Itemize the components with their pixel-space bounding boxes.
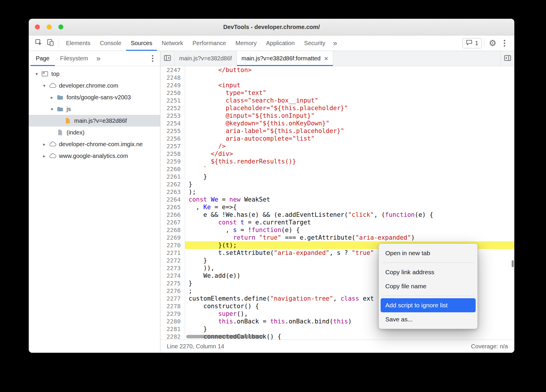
code-text[interactable]: @input="${this.onInput}" bbox=[185, 112, 514, 120]
line-number[interactable]: 2278 bbox=[160, 302, 185, 310]
tree-item-fonts-google-sans-v2003[interactable]: ▸fonts/google-sans-v2003 bbox=[29, 91, 160, 103]
line-number[interactable]: 2254 bbox=[160, 120, 185, 127]
sidebar-tab-page[interactable]: Page bbox=[30, 51, 55, 66]
line-number[interactable]: 2261 bbox=[160, 173, 185, 180]
expander-open-icon[interactable]: ▾ bbox=[48, 106, 56, 112]
line-number[interactable]: 2275 bbox=[160, 279, 185, 287]
line-number[interactable]: 2257 bbox=[160, 142, 185, 150]
line-number[interactable]: 2266 bbox=[160, 211, 185, 219]
line-number[interactable]: 2259 bbox=[160, 158, 185, 165]
code-text[interactable]: } bbox=[185, 180, 514, 188]
code-text[interactable]: </div> bbox=[185, 150, 514, 158]
expander-open-icon[interactable]: ▾ bbox=[33, 71, 40, 77]
more-panels-button[interactable]: » bbox=[330, 39, 340, 48]
code-text[interactable]: return "true" === e.getAttribute("aria-e… bbox=[185, 234, 514, 241]
editor-tab-main-js-v-e382d86f-formatted[interactable]: main.js?v=e382d86f:formatted× bbox=[237, 51, 333, 66]
line-number[interactable]: 2249 bbox=[160, 81, 185, 89]
minimize-window-button[interactable] bbox=[47, 25, 52, 30]
close-window-button[interactable] bbox=[35, 25, 40, 30]
tab-sources[interactable]: Sources bbox=[126, 35, 157, 51]
tree-item-developer-chrome-com[interactable]: ▾developer.chrome.com bbox=[29, 80, 160, 91]
line-number[interactable]: 2279 bbox=[160, 310, 185, 318]
tab-network[interactable]: Network bbox=[157, 35, 188, 51]
code-text[interactable]: } bbox=[185, 173, 514, 180]
code-text[interactable]: </button> bbox=[185, 66, 514, 74]
line-number[interactable]: 2270 bbox=[160, 241, 185, 249]
tree-item-main-js-v-e382d86f[interactable]: main.js?v=e382d86f bbox=[29, 115, 160, 127]
inspect-element-button[interactable] bbox=[33, 37, 45, 49]
sidebar-tab-filesystem[interactable]: Filesystem bbox=[55, 51, 94, 66]
expander-open-icon[interactable]: ▾ bbox=[40, 83, 48, 88]
line-number[interactable]: 2280 bbox=[160, 318, 185, 325]
toggle-navigator-button[interactable] bbox=[160, 51, 174, 66]
line-number[interactable]: 2282 bbox=[160, 333, 185, 340]
line-number[interactable]: 2260 bbox=[160, 165, 185, 173]
line-number[interactable]: 2248 bbox=[160, 74, 185, 81]
line-number[interactable]: 2250 bbox=[160, 89, 185, 97]
code-text[interactable]: <input bbox=[185, 81, 514, 89]
expander-closed-icon[interactable]: ▸ bbox=[40, 153, 48, 159]
expander-closed-icon[interactable]: ▸ bbox=[48, 95, 56, 100]
code-text[interactable]: ` bbox=[185, 165, 514, 173]
tree-item-index[interactable]: (index) bbox=[29, 127, 160, 138]
close-tab-icon[interactable]: × bbox=[324, 55, 328, 62]
expander-closed-icon[interactable]: ▸ bbox=[40, 142, 48, 147]
context-menu-item-add-script-to-ignore-list[interactable]: Add script to ignore list bbox=[381, 298, 476, 312]
code-text[interactable]: aria-autocomplete="list" bbox=[185, 135, 514, 142]
line-number[interactable]: 2253 bbox=[160, 112, 185, 120]
tree-item-top[interactable]: ▾top bbox=[29, 68, 160, 80]
tab-elements[interactable]: Elements bbox=[61, 35, 95, 51]
main-menu-button[interactable] bbox=[498, 37, 510, 49]
code-text[interactable]: , s = !function(e) { bbox=[185, 226, 514, 234]
tree-item-developer-chrome-com-imgix-ne[interactable]: ▸developer-chrome-com.imgix.ne bbox=[29, 138, 160, 150]
line-number[interactable]: 2271 bbox=[160, 249, 185, 257]
code-text[interactable]: /> bbox=[185, 142, 514, 150]
code-text[interactable] bbox=[185, 74, 514, 81]
line-number[interactable]: 2263 bbox=[160, 188, 185, 196]
line-number[interactable]: 2269 bbox=[160, 234, 185, 241]
code-text[interactable]: aria-label="${this.placeholder}" bbox=[185, 127, 514, 135]
line-number[interactable]: 2273 bbox=[160, 264, 185, 272]
line-number[interactable]: 2264 bbox=[160, 196, 185, 203]
line-number[interactable]: 2252 bbox=[160, 104, 185, 112]
toggle-debugger-sidebar-button[interactable] bbox=[500, 51, 514, 66]
code-text[interactable]: @keydown="${this.onKeyDown}" bbox=[185, 120, 514, 127]
code-text[interactable]: placeholder="${this.placeholder}" bbox=[185, 104, 514, 112]
tree-item-www-google-analytics-com[interactable]: ▸www.google-analytics.com bbox=[29, 150, 160, 162]
code-text[interactable]: class="search-box__input" bbox=[185, 97, 514, 104]
tab-console[interactable]: Console bbox=[95, 35, 126, 51]
tab-security[interactable]: Security bbox=[299, 35, 330, 51]
line-number[interactable]: 2268 bbox=[160, 226, 185, 234]
line-number[interactable]: 2255 bbox=[160, 127, 185, 135]
navigator-menu-button[interactable] bbox=[147, 53, 158, 64]
tab-application[interactable]: Application bbox=[261, 35, 299, 51]
vertical-scrollbar[interactable] bbox=[512, 260, 514, 267]
code-text[interactable]: type="text" bbox=[185, 89, 514, 97]
line-number[interactable]: 2272 bbox=[160, 257, 185, 264]
tab-performance[interactable]: Performance bbox=[188, 35, 231, 51]
line-number[interactable]: 2276 bbox=[160, 287, 185, 295]
line-number[interactable]: 2277 bbox=[160, 295, 185, 302]
line-number[interactable]: 2251 bbox=[160, 97, 185, 104]
line-number[interactable]: 2281 bbox=[160, 325, 185, 333]
line-number[interactable]: 2265 bbox=[160, 203, 185, 211]
context-menu-item-save-as[interactable]: Save as... bbox=[381, 312, 476, 326]
editor-tab-main-js-v-e382d86f[interactable]: main.js?v=e382d86f bbox=[174, 51, 237, 66]
line-number[interactable]: 2258 bbox=[160, 150, 185, 158]
code-text[interactable]: e && !We.has(e) && (e.addEventListener("… bbox=[185, 211, 514, 219]
context-menu-item-open-in-new-tab[interactable]: Open in new tab bbox=[381, 246, 476, 260]
context-menu-item-copy-file-name[interactable]: Copy file name bbox=[381, 279, 476, 293]
line-number[interactable]: 2262 bbox=[160, 180, 185, 188]
line-number[interactable]: 2256 bbox=[160, 135, 185, 142]
code-text[interactable]: ); bbox=[185, 188, 514, 196]
more-navigator-tabs-button[interactable]: » bbox=[93, 54, 103, 63]
device-toolbar-button[interactable] bbox=[45, 37, 56, 49]
code-text[interactable]: ${this.renderResults()} bbox=[185, 158, 514, 165]
issues-counter-button[interactable]: 1 bbox=[462, 38, 482, 48]
tree-item-js[interactable]: ▾js bbox=[29, 103, 160, 115]
code-text[interactable]: , Ke = e=>{ bbox=[185, 203, 514, 211]
line-number[interactable]: 2274 bbox=[160, 272, 185, 279]
code-text[interactable]: const t = e.currentTarget bbox=[185, 219, 514, 226]
line-number[interactable]: 2247 bbox=[160, 66, 185, 74]
tab-memory[interactable]: Memory bbox=[231, 35, 261, 51]
